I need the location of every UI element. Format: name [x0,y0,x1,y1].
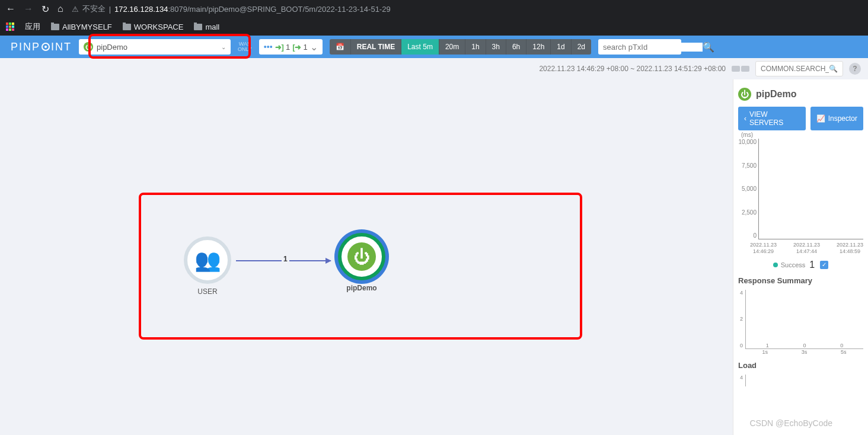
time-range-3h[interactable]: 3h [486,39,506,55]
spring-boot-icon [84,42,93,52]
scatter-legend: Success 1 ✓ [738,260,863,270]
was-only-label: WASONLY [238,41,252,52]
spring-boot-icon: ⏻ [347,242,376,271]
main-content: 👥 USER 1 ⏻ pipDemo ⏻ pipDemo ‹VIEW SERVE… [0,79,868,435]
spring-boot-icon: ⏻ [738,88,751,101]
x-tick: 2022.11.2314:48:59 [837,242,863,255]
view-servers-button[interactable]: ‹VIEW SERVERS [738,107,806,130]
help-button[interactable]: ? [849,63,861,75]
insecure-label: 不安全 [82,4,106,14]
pinpoint-header: PINPINT pipDemo ⌄ WASONLY ••• ➜]1 [➜1 ⌄ … [0,36,868,58]
home-button[interactable]: ⌂ [58,4,63,14]
user-node[interactable]: 👥 USER [184,236,231,296]
browser-toolbar: ← → ↻ ⌂ ⚠ 不安全 | 172.16.128.134:8079/main… [0,0,868,18]
x-tick: 2022.11.2314:47:44 [793,242,820,255]
edge-count: 1 [282,255,289,263]
time-range-6h[interactable]: 6h [506,39,526,55]
user-node-label: USER [184,287,231,296]
response-summary-title: Response Summary [738,276,863,285]
transaction-search[interactable]: 🔍 [598,39,681,55]
selected-app-name: pipDemo [97,43,221,52]
time-range-5m[interactable]: Last 5m [401,39,439,55]
time-range-20m[interactable]: 20m [439,39,465,55]
common-search-input[interactable] [761,65,829,73]
chevron-down-icon: ⌄ [221,44,226,50]
watermark: CSDN @EchoByCode [750,418,833,428]
pinpoint-logo[interactable]: PINPINT [11,41,72,53]
chevron-left-icon: ‹ [744,114,746,123]
time-range-2d[interactable]: 2d [572,39,591,55]
time-range-1h[interactable]: 1h [465,39,486,55]
time-range-controls: 📅 REAL TIME Last 5m 20m 1h 3h 6h 12h 1d … [330,39,591,55]
chart-icon: 📈 [816,114,825,123]
apps-label[interactable]: 应用 [25,21,40,32]
response-summary-chart[interactable]: 4 2 0 1 0 0 1s 3s 5s [738,290,863,355]
dots-icon: ••• [264,42,273,52]
search-input[interactable] [603,43,703,52]
bookmark-folder[interactable]: WORKSPACE [123,23,184,31]
success-checkbox[interactable]: ✓ [820,261,828,269]
users-icon: 👥 [194,248,221,273]
success-dot [773,263,778,267]
inbound-count: 1 [286,43,290,52]
time-range-12h[interactable]: 12h [526,39,551,55]
x-tick: 2022.11.2314:46:29 [750,242,777,255]
search-icon[interactable]: 🔍 [703,41,714,53]
outbound-count: 1 [304,43,308,52]
common-search[interactable]: 🔍 [755,61,843,76]
insecure-icon: ⚠ [72,5,79,14]
sidebar-app-name: pipDemo [756,89,796,100]
bookmark-folder[interactable]: AllBYMYSELF [51,23,112,31]
detail-sidebar: ⏻ pipDemo ‹VIEW SERVERS 📈Inspector 10,00… [733,79,868,435]
search-icon[interactable]: 🔍 [829,65,838,73]
tutorial-icons[interactable] [732,66,749,72]
address-bar[interactable]: ⚠ 不安全 | 172.16.128.134:8079/main/pipDemo… [72,4,391,14]
bookmark-folder[interactable]: mall [194,23,219,31]
sidebar-title: ⏻ pipDemo [738,85,863,107]
sub-header: 2022.11.23 14:46:29 +08:00 ~ 2022.11.23 … [0,58,868,79]
folder-icon [194,24,202,30]
time-range-1d[interactable]: 1d [551,39,571,55]
bidirectional-toggle[interactable]: ••• ➜]1 [➜1 ⌄ [259,39,323,55]
load-chart[interactable]: 4 [738,375,863,386]
url-text: 172.16.128.134:8079/main/pipDemo@SPRING_… [114,5,391,14]
bookmark-bar: 应用 AllBYMYSELF WORKSPACE mall [0,18,868,36]
realtime-button[interactable]: REAL TIME [351,39,401,55]
calendar-button[interactable]: 📅 [330,39,351,55]
time-range-display: 2022.11.23 14:46:29 +08:00 ~ 2022.11.23 … [539,65,726,73]
apps-icon[interactable] [6,23,14,31]
folder-icon [51,24,59,30]
server-map[interactable]: 👥 USER 1 ⏻ pipDemo [0,79,733,435]
scatter-chart[interactable]: 10,000 7,500 5,000 2,500 0 2022.11.2314:… [738,139,863,270]
back-button[interactable]: ← [6,4,15,14]
folder-icon [123,24,131,30]
separator: | [109,5,111,14]
app-node-label: pipDemo [338,284,385,292]
chevron-down-icon: ⌄ [310,41,318,53]
inspector-button[interactable]: 📈Inspector [810,107,863,130]
app-node[interactable]: ⏻ pipDemo [338,233,385,292]
browser-chrome: ← → ↻ ⌂ ⚠ 不安全 | 172.16.128.134:8079/main… [0,0,868,36]
forward-button[interactable]: → [24,4,33,14]
load-title: Load [738,361,863,370]
reload-button[interactable]: ↻ [42,4,49,15]
application-selector[interactable]: pipDemo ⌄ [79,39,231,55]
